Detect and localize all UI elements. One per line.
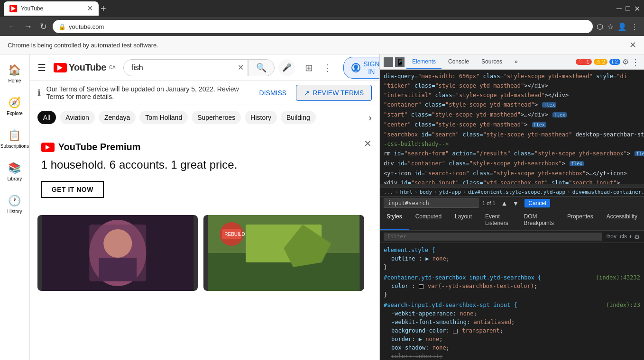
code-line-2[interactable]: "ticker" class="style-scope ytd-masthead… (380, 81, 644, 90)
nav-icons: ⬡ ☆ 👤 ⋮ (597, 22, 638, 31)
sidebar-item-home[interactable]: 🏠 Home (0, 58, 29, 89)
code-line-3[interactable]: "interstitial" class="style-scope ytd-ma… (380, 90, 644, 100)
yt-logo-text: YouTube (69, 62, 106, 73)
grid-button[interactable]: ⊞ (305, 62, 313, 73)
code-line-12[interactable]: <div id="search-input" class="ytd-search… (380, 178, 644, 184)
device-icon[interactable]: 📱 (395, 57, 405, 67)
restore-button[interactable]: □ (626, 4, 630, 13)
premium-close-button[interactable]: ✕ (364, 138, 372, 149)
code-area[interactable]: dia-query="max-width: 656px" class="styl… (380, 70, 644, 184)
devtools-settings-button[interactable]: ⚙ (622, 57, 629, 66)
terms-dismiss-button[interactable]: DISMISS (256, 85, 291, 100)
cast-icon[interactable]: ⬡ (597, 22, 603, 31)
sidebar-library-label: Library (8, 176, 22, 181)
styles-tab-styles[interactable]: Styles (380, 210, 409, 230)
search-clear-button[interactable]: ✕ (234, 63, 248, 72)
yt-logo[interactable]: YouTubeCA (54, 62, 116, 73)
find-next-button[interactable]: ▼ (510, 198, 521, 208)
code-line-8[interactable]: -css-build:shady--> (380, 139, 644, 149)
find-prev-button[interactable]: ▲ (499, 198, 510, 208)
breadcrumb-body[interactable]: body (420, 189, 432, 195)
mic-button[interactable]: 🎤 (278, 59, 295, 76)
chip-building[interactable]: Building (281, 111, 316, 124)
add-style[interactable]: + (629, 233, 632, 241)
back-button[interactable]: ← (6, 20, 18, 34)
styles-tab-accessibility[interactable]: Accessibility (600, 210, 644, 230)
code-line-1[interactable]: dia-query="max-width: 656px" class="styl… (380, 72, 644, 81)
video-thumbnail-1[interactable] (37, 215, 198, 291)
search-icon: 🔍 (256, 63, 267, 73)
pseudoclass-filter[interactable]: :hov (606, 233, 616, 241)
refresh-button[interactable]: ↻ (38, 19, 49, 34)
address-bar[interactable]: 🔒 youtube.com (53, 20, 593, 33)
styles-tab-dom-breakpoints[interactable]: DOM Breakpoints (517, 210, 561, 230)
breadcrumb-content[interactable]: div#content.style-scope.ytd-app (468, 189, 565, 195)
sidebar-home-label: Home (9, 78, 21, 83)
find-input[interactable] (384, 198, 478, 208)
sidebar-item-library[interactable]: 📚 Library (0, 156, 29, 187)
styles-filter-input[interactable] (384, 233, 602, 241)
settings-icon[interactable]: ⚙ (634, 233, 640, 241)
devtools-tab-console[interactable]: Console (442, 55, 475, 69)
breadcrumb-ytd-app[interactable]: ytd-app (439, 189, 461, 195)
styles-tab-properties[interactable]: Properties (561, 210, 600, 230)
styles-tabs: Styles Computed Layout Event Listeners D… (380, 210, 644, 231)
more-options-button[interactable]: ⋮ (322, 62, 332, 73)
hamburger-menu[interactable]: ☰ (37, 62, 46, 73)
chips-next-button[interactable]: › (368, 112, 372, 123)
chip-aviation[interactable]: Aviation (60, 111, 95, 124)
menu-icon[interactable]: ⋮ (631, 22, 638, 31)
terms-review-button[interactable]: ↗ REVIEW TERMS (296, 85, 372, 101)
sidebar-item-subscriptions[interactable]: 📋 Subscriptions (0, 124, 29, 154)
chip-history[interactable]: History (245, 111, 277, 124)
find-cancel-button[interactable]: Cancel (524, 199, 550, 207)
chip-zendaya[interactable]: Zendaya (99, 111, 136, 124)
code-line-4[interactable]: "container" class="style-scope ytd-masth… (380, 100, 644, 110)
devtools-tab-sources[interactable]: Sources (476, 55, 508, 69)
active-tab[interactable]: YouTube ✕ (4, 1, 99, 16)
sign-in-button[interactable]: 👤 SIGN IN (343, 57, 379, 79)
svg-point-3 (103, 229, 132, 258)
code-line-5[interactable]: "start" class="style-scope ytd-masthead"… (380, 110, 644, 120)
sidebar-item-explore[interactable]: 🧭 Explore (0, 91, 29, 122)
sidebar-history-label: History (7, 209, 22, 214)
video-thumbnail-2[interactable]: REBUILD (203, 215, 364, 291)
profile-icon[interactable]: 👤 (617, 22, 627, 31)
code-line-10[interactable]: div id="container" class="style-scope yt… (380, 159, 644, 169)
tab-bar: YouTube ✕ + ─ □ ✕ (0, 0, 644, 17)
devtools-more-button[interactable]: ⋮ (631, 56, 640, 68)
devtools-horizontal-scrollbar[interactable] (380, 184, 644, 188)
thumb-svg-2: REBUILD (203, 215, 364, 291)
chip-superheroes[interactable]: Superheroes (192, 111, 241, 124)
tab-close-button[interactable]: ✕ (87, 5, 93, 12)
code-line-7[interactable]: "searchbox id="search" class="style-scop… (380, 130, 644, 139)
minimize-button[interactable]: ─ (616, 4, 622, 13)
get-it-now-button[interactable]: GET IT NOW (41, 181, 104, 198)
code-line-9[interactable]: rm id="search-form" action="/results" cl… (380, 149, 644, 159)
breadcrumb-masthead[interactable]: div#masthead-container.style-sc... (572, 189, 644, 195)
code-line-6[interactable]: "center" class="style-scope ytd-masthead… (380, 120, 644, 130)
devtools-tab-elements[interactable]: Elements (406, 55, 442, 69)
code-line-11[interactable]: <yt-icon id="search-icon" class="style-s… (380, 169, 644, 178)
browser-chrome: YouTube ✕ + ─ □ ✕ ← → ↻ 🔒 youtube.com ⬡ … (0, 0, 644, 36)
new-tab-button[interactable]: + (101, 3, 106, 14)
search-submit-button[interactable]: 🔍 (248, 59, 275, 76)
yt-logo-region: CA (109, 65, 116, 70)
find-count: 1 of 1 (482, 200, 496, 206)
devtools-more-tabs[interactable]: » (509, 55, 524, 69)
breadcrumb-html[interactable]: html (400, 189, 413, 195)
sidebar-item-history[interactable]: 🕐 History (0, 189, 29, 220)
inspect-icon[interactable]: ⬚ (384, 57, 393, 67)
styles-tab-layout[interactable]: Layout (448, 210, 478, 230)
premium-title: YouTube Premium (58, 142, 141, 153)
search-input[interactable] (124, 63, 234, 72)
styles-tab-event-listeners[interactable]: Event Listeners (478, 210, 517, 230)
forward-button[interactable]: → (22, 20, 34, 34)
styles-tab-computed[interactable]: Computed (409, 210, 448, 230)
close-window-button[interactable]: ✕ (634, 4, 640, 13)
class-filter[interactable]: .cls (618, 233, 627, 241)
automation-banner-close[interactable]: ✕ (629, 40, 636, 50)
chip-tom-holland[interactable]: Tom Holland (139, 111, 188, 124)
chip-all[interactable]: All (37, 111, 56, 124)
bookmark-icon[interactable]: ☆ (607, 22, 614, 31)
